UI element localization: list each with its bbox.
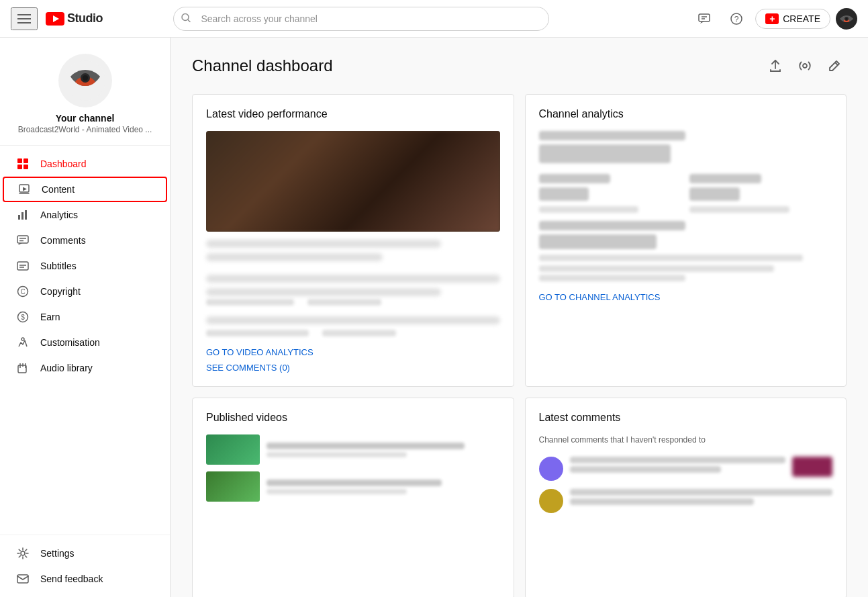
subtitles-icon [16,260,30,272]
search-bar [173,7,549,31]
pub-video-meta-blur [267,452,407,457]
analytics-blur [539,144,671,163]
published-video-item[interactable] [206,471,500,502]
search-input[interactable] [173,7,549,31]
edit-button[interactable] [822,54,847,78]
comment-item[interactable] [539,457,833,481]
analytics-blur [689,174,761,183]
audio-library-icon [16,362,30,374]
svg-text:C: C [20,288,25,295]
analytics-blur [539,275,686,281]
published-video-item[interactable] [206,434,500,465]
hamburger-button[interactable] [11,7,38,30]
channel-subtitle: Broadcast2World - Animated Video ... [18,125,152,134]
svg-marker-21 [23,187,27,191]
pub-video-title-blur [267,479,442,486]
sidebar-item-subtitles[interactable]: Subtitles [0,253,170,279]
sidebar-item-send-feedback[interactable]: Send feedback [0,566,170,592]
blur-row [206,299,294,306]
dashboard-icon [16,158,30,170]
sidebar-item-earn[interactable]: $ Earn [0,304,170,330]
comment-content [570,457,786,475]
comment-content [570,489,833,508]
blur-row [206,288,441,296]
pub-video-info [267,443,500,457]
see-comments-link[interactable]: SEE COMMENTS (0) [206,363,500,373]
go-to-video-analytics-link[interactable]: GO TO VIDEO ANALYTICS [206,347,500,357]
analytics-blur [539,265,774,272]
comment-item[interactable] [539,489,833,513]
customisation-icon [16,336,30,349]
subtitles-label: Subtitles [40,261,77,271]
channel-avatar[interactable] [58,54,112,107]
channel-name: Your channel [56,113,115,124]
sidebar-item-analytics[interactable]: Analytics [0,202,170,228]
pub-video-thumbnail [206,471,260,502]
copyright-label: Copyright [40,286,81,297]
blur-row [322,330,395,336]
sidebar-item-copyright[interactable]: C Copyright [0,279,170,304]
svg-point-42 [803,64,807,68]
blur-row [307,299,381,306]
sidebar-item-settings[interactable]: Settings [0,541,170,566]
earn-label: Earn [40,312,60,322]
channel-analytics-title: Channel analytics [539,108,833,120]
content-icon [17,183,31,195]
youtube-icon [46,12,64,26]
comment-avatar [539,489,563,513]
channel-avatar-icon [65,60,105,101]
sidebar-item-comments[interactable]: Comments [0,228,170,253]
help-icon: ? [730,12,743,26]
analytics-blur [539,174,610,183]
comment-text-blur [570,457,786,463]
latest-video-card: Latest video performance [192,94,514,387]
comment-text-blur [570,466,721,473]
analytics-blur [689,187,739,201]
sidebar-item-dashboard[interactable]: Dashboard [0,151,170,177]
help-icon-button[interactable]: ? [723,5,750,32]
broadcast-button[interactable] [793,54,817,78]
sidebar-item-content[interactable]: Content [3,177,167,202]
comment-text-blur [570,489,833,496]
header-right: ? CREATE [691,5,857,32]
analytics-label: Analytics [40,210,78,220]
channel-info: Your channel Broadcast2World - Animated … [0,38,170,146]
svg-point-35 [21,338,24,340]
settings-label: Settings [40,548,75,559]
analytics-cell [539,174,682,213]
comments-label: Comments [40,235,86,246]
sidebar-item-audio-library[interactable]: Audio library [0,355,170,381]
feedback-icon [697,12,711,26]
content-label: Content [42,184,75,195]
analytics-icon [16,209,30,221]
logo-text: Studio [67,11,103,26]
comment-avatar [539,457,563,481]
create-button[interactable]: CREATE [755,9,830,29]
svg-rect-22 [18,215,20,220]
logo[interactable]: Studio [46,11,103,26]
analytics-blur [539,234,657,249]
settings-icon [16,547,30,559]
svg-line-3 [188,19,190,21]
feedback-icon-button[interactable] [691,5,718,32]
avatar[interactable] [836,8,857,30]
published-videos-card: Published videos [192,398,514,597]
thumbnail-blur [206,131,500,232]
sidebar-item-customisation[interactable]: Customisation [0,330,170,355]
pub-video-thumbnail [206,434,260,465]
upload-button[interactable] [763,54,787,78]
latest-comments-card: Latest comments Channel comments that I … [525,398,847,597]
published-videos-title: Published videos [206,412,500,424]
blur-row [206,253,383,261]
analytics-blur [539,187,589,201]
blur-row [206,275,500,283]
latest-video-title: Latest video performance [206,108,500,120]
svg-rect-4 [699,14,710,21]
svg-rect-23 [21,212,23,220]
create-icon [765,13,779,24]
svg-rect-17 [17,165,22,169]
analytics-blur [689,206,789,213]
svg-rect-15 [17,158,22,163]
broadcast-icon [798,58,812,73]
go-to-channel-analytics-link[interactable]: GO TO CHANNEL ANALYTICS [539,292,833,302]
